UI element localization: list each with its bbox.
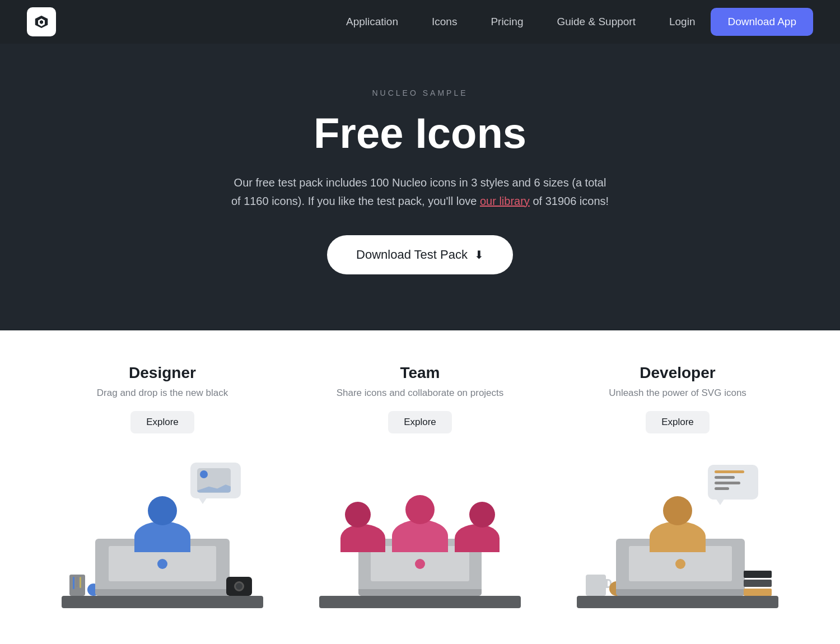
developer-person-head	[663, 496, 692, 525]
camera-icon	[226, 577, 252, 596]
developer-desk	[577, 596, 778, 608]
nav-links: Application Icons Pricing Guide & Suppor…	[346, 16, 636, 28]
hero-desc-text2: of 31906 icons!	[530, 195, 609, 207]
designer-title: Designer	[129, 364, 196, 382]
designer-illustration	[56, 451, 269, 608]
designer-subtitle: Drag and drop is the new black	[97, 388, 228, 399]
nav-link-icons[interactable]: Icons	[432, 16, 457, 27]
nav-link-application[interactable]: Application	[346, 16, 398, 27]
bubble-tail-developer	[716, 498, 725, 505]
mug	[586, 575, 606, 596]
download-app-button[interactable]: Download App	[711, 8, 813, 36]
books-stack	[744, 571, 772, 596]
team-subtitle: Share icons and collaborate on projects	[337, 388, 504, 399]
desk	[62, 596, 263, 608]
team-illustration	[314, 451, 526, 608]
login-link[interactable]: Login	[669, 16, 696, 28]
download-test-pack-button[interactable]: Download Test Pack ⬇	[327, 235, 513, 274]
team-person-center-head	[405, 495, 435, 524]
team-person-left-body	[340, 524, 385, 552]
developer-illustration	[571, 451, 784, 608]
feature-developer: Developer Unleash the power of SVG icons…	[566, 364, 790, 608]
designer-explore-button[interactable]: Explore	[130, 411, 194, 433]
team-desk	[319, 596, 521, 608]
developer-explore-button[interactable]: Explore	[646, 411, 710, 433]
download-test-pack-label: Download Test Pack	[356, 248, 468, 262]
bubble-tail-designer	[198, 497, 207, 504]
hero-section: NUCLEO SAMPLE Free Icons Our free test p…	[0, 44, 840, 330]
features-section: Designer Drag and drop is the new black …	[0, 330, 840, 608]
nav-link-guide[interactable]: Guide & Support	[557, 16, 635, 27]
navigation: Application Icons Pricing Guide & Suppor…	[0, 0, 840, 44]
team-title: Team	[400, 364, 440, 382]
developer-title: Developer	[640, 364, 715, 382]
hero-library-link[interactable]: our library	[480, 195, 530, 207]
developer-speech-bubble	[708, 465, 758, 500]
developer-subtitle: Unleash the power of SVG icons	[609, 388, 746, 399]
developer-person-body	[650, 521, 706, 552]
pencil-cup	[69, 575, 85, 596]
designer-person-body	[134, 521, 190, 552]
feature-designer: Designer Drag and drop is the new black …	[50, 364, 274, 608]
logo[interactable]	[27, 7, 56, 36]
team-person-center-body	[392, 520, 448, 552]
designer-speech-bubble	[190, 463, 241, 498]
download-icon: ⬇	[474, 248, 484, 262]
designer-person-head	[148, 496, 177, 525]
logo-icon	[27, 7, 56, 36]
team-person-right-head	[469, 502, 495, 528]
hero-eyebrow: NUCLEO SAMPLE	[22, 88, 818, 97]
team-explore-button[interactable]: Explore	[388, 411, 452, 433]
hero-description: Our free test pack includes 100 Nucleo i…	[230, 174, 610, 211]
feature-team: Team Share icons and collaborate on proj…	[308, 364, 532, 608]
team-person-right-body	[455, 524, 500, 552]
nav-link-pricing[interactable]: Pricing	[491, 16, 523, 27]
hero-title: Free Icons	[22, 110, 818, 157]
team-person-left-head	[345, 502, 371, 528]
